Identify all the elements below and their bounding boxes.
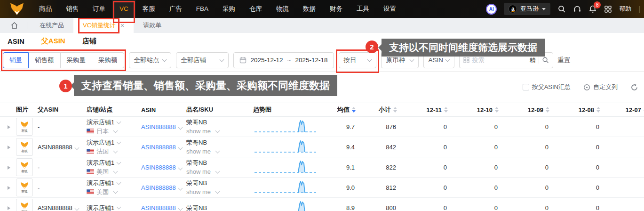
refresh-button[interactable] xyxy=(630,83,638,91)
nav-item-tools[interactable]: 工具 xyxy=(350,0,376,18)
notification-count-badge: 8 xyxy=(594,1,601,8)
product-name-cell[interactable]: 荣哥NBshow me xyxy=(186,118,253,136)
chevron-down-icon xyxy=(215,189,220,194)
product-name-cell[interactable]: 荣哥NBshow me xyxy=(186,179,253,196)
asin-link[interactable]: ASIN888888 xyxy=(141,164,186,171)
search-icon[interactable] xyxy=(542,57,549,64)
product-thumbnail[interactable]: 赛狐 xyxy=(16,138,33,156)
tab-payment-request[interactable]: 请款单 xyxy=(134,18,171,33)
help-link[interactable]: 帮助 xyxy=(619,5,631,13)
asin-link[interactable]: ASIN888888 xyxy=(141,184,186,191)
reset-button[interactable]: 重置 xyxy=(558,56,571,65)
subtab-store[interactable]: 店铺 xyxy=(82,37,96,46)
column-header[interactable]: 12-11 xyxy=(404,106,454,114)
period-dropdown[interactable]: 按日 xyxy=(339,52,376,68)
column-header[interactable]: 12-08 xyxy=(556,106,607,114)
column-header[interactable]: 12-09 xyxy=(505,106,556,114)
nav-item-logistics[interactable]: 物流 xyxy=(269,0,296,18)
nav-item-service[interactable]: 客服 xyxy=(135,0,162,18)
nav-item-purchase[interactable]: 采购 xyxy=(215,0,242,18)
chevron-down-icon xyxy=(74,206,79,211)
column-header[interactable]: 均值 xyxy=(325,106,362,114)
tab-divider xyxy=(27,22,27,29)
batch-search-icon xyxy=(463,57,469,63)
parent-asin-cell[interactable]: ASIN888888 xyxy=(38,144,87,151)
store-site-cell[interactable]: 演示店铺1美国 xyxy=(87,158,141,176)
store-site-cell[interactable]: 演示店铺1美国 xyxy=(87,179,141,196)
asin-link[interactable]: ASIN888888 xyxy=(141,204,186,211)
account-selector[interactable]: a 亚马逊 xyxy=(504,3,550,15)
apps-grid-button[interactable] xyxy=(604,5,612,13)
sort-arrows-icon[interactable] xyxy=(444,107,448,113)
headset-support-button[interactable] xyxy=(573,5,581,13)
search-input[interactable] xyxy=(472,57,527,64)
product-name-cell[interactable]: 荣哥NB xyxy=(186,203,253,211)
store-site-cell[interactable]: 演示店铺1法国 xyxy=(87,138,141,156)
expand-arrow-icon[interactable] xyxy=(8,166,10,170)
checkbox-icon[interactable] xyxy=(523,84,529,90)
product-name-cell[interactable]: 荣哥NBshow me xyxy=(186,138,253,156)
tab-online-products[interactable]: 在线产品 xyxy=(30,18,73,33)
nav-item-ads[interactable]: 广告 xyxy=(162,0,189,18)
product-thumbnail[interactable]: 赛狐 xyxy=(16,158,33,176)
site-dropdown[interactable]: 全部站点 xyxy=(129,52,171,68)
app-window: 商品 销售 订单 VC 客服 广告 FBA 采购 仓库 物流 数据 财务 工具 … xyxy=(0,0,644,211)
chevron-down-icon xyxy=(117,180,121,185)
metric-button-sales-amount[interactable]: 销售额 xyxy=(28,52,61,68)
expand-arrow-icon[interactable] xyxy=(8,186,10,190)
sort-arrows-icon[interactable] xyxy=(495,107,499,113)
date-range-picker[interactable]: 2025-12-12 ~ 2025-12-18 xyxy=(233,52,334,68)
product-thumbnail[interactable]: 赛狐 xyxy=(16,179,33,196)
expand-arrow-icon[interactable] xyxy=(8,146,10,149)
store-dropdown[interactable]: 全部店铺 xyxy=(176,52,229,68)
nav-item-finance[interactable]: 财务 xyxy=(323,0,350,18)
nav-item-warehouse[interactable]: 仓库 xyxy=(242,0,269,18)
group-by-parent-asin-checkbox[interactable]: 按父ASIN汇总 xyxy=(523,83,571,91)
column-header[interactable]: 小计 xyxy=(362,106,404,114)
column-header: 店铺/站点 xyxy=(87,106,141,114)
exact-match-toggle[interactable]: 精 xyxy=(530,56,536,65)
parent-asin-cell: - xyxy=(38,184,87,191)
sort-arrows-icon[interactable] xyxy=(393,107,397,113)
metric-button-group: 销量 销售额 采购量 采购额 xyxy=(3,52,124,68)
search-button[interactable] xyxy=(557,5,566,13)
expand-arrow-icon[interactable] xyxy=(8,125,10,129)
table-row: 赛狐ASIN888888演示店铺1ASIN888888荣哥NB8.9800000… xyxy=(0,198,644,211)
daily-value-cell: 0 xyxy=(404,144,454,151)
avg-cell: 9.0 xyxy=(325,184,362,191)
metric-button-purchase-volume[interactable]: 采购量 xyxy=(60,52,93,68)
asin-link[interactable]: ASIN888888 xyxy=(141,123,186,130)
column-header[interactable]: 12-07 xyxy=(607,106,644,114)
metric-button-purchase-amount[interactable]: 采购额 xyxy=(92,52,124,68)
nav-item-settings[interactable]: 设置 xyxy=(376,0,403,18)
expand-arrow-icon[interactable] xyxy=(8,206,10,210)
sort-arrows-icon[interactable] xyxy=(596,107,600,113)
metric-button-sales-volume[interactable]: 销量 xyxy=(3,52,29,68)
store-site-cell[interactable]: 演示店铺1 xyxy=(87,203,141,211)
nav-item-data[interactable]: 数据 xyxy=(296,0,323,18)
home-icon[interactable] xyxy=(0,18,27,33)
nav-item-products[interactable]: 商品 xyxy=(32,0,59,18)
fox-logo[interactable] xyxy=(8,2,25,16)
customize-columns-button[interactable]: 自定义列 xyxy=(583,83,618,91)
nav-item-vc[interactable]: VC xyxy=(112,0,135,18)
date-separator: ~ xyxy=(287,57,291,64)
tab-vc-sales-stats[interactable]: VC销量统计 × xyxy=(73,18,134,33)
close-icon[interactable]: × xyxy=(120,22,124,29)
product-thumbnail[interactable]: 赛狐 xyxy=(16,199,33,211)
subtab-asin[interactable]: ASIN xyxy=(8,37,24,45)
subtab-parent-asin[interactable]: 父ASIN xyxy=(41,37,65,46)
sort-arrows-icon[interactable] xyxy=(546,107,549,113)
product-thumbnail[interactable]: 赛狐 xyxy=(16,118,33,136)
nav-item-fba[interactable]: FBA xyxy=(189,0,215,18)
nav-item-orders[interactable]: 订单 xyxy=(86,0,112,18)
sort-arrows-icon[interactable] xyxy=(352,107,356,113)
parent-asin-cell[interactable]: ASIN888888 xyxy=(38,204,87,211)
store-site-cell[interactable]: 演示店铺1日本 xyxy=(87,118,141,136)
asin-link[interactable]: ASIN888888 xyxy=(141,144,186,151)
notifications-bell-button[interactable]: 8 xyxy=(588,5,597,13)
product-name-cell[interactable]: 荣哥NBshow me xyxy=(186,158,253,176)
nav-item-sales[interactable]: 销售 xyxy=(59,0,86,18)
ai-assistant-button[interactable]: AI xyxy=(486,4,497,15)
column-header[interactable]: 12-10 xyxy=(454,106,505,114)
